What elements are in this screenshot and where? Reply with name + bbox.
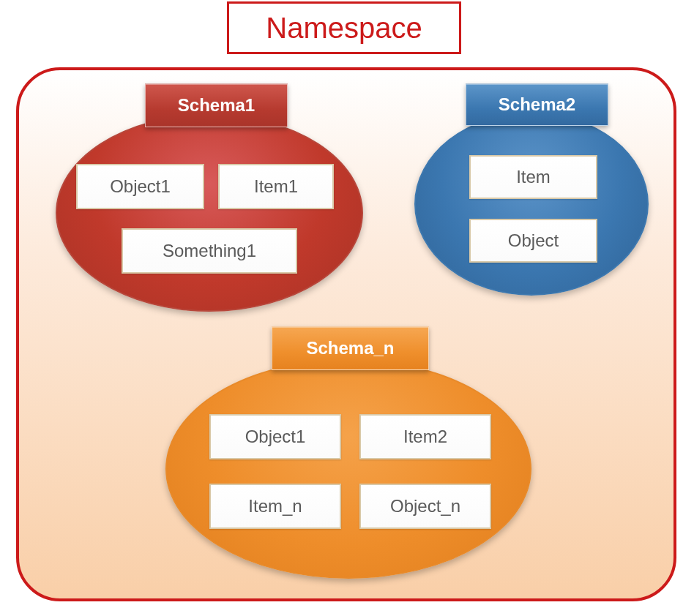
schema1-object-2: Item1 (218, 164, 334, 209)
diagram-canvas: Namespace Schema1 Object1 Item1 Somethin… (0, 0, 694, 616)
schema2-badge: Schema2 (466, 83, 608, 126)
namespace-title-box: Namespace (227, 1, 461, 54)
schema-group-schema1: Schema1 Object1 Item1 Something1 (56, 83, 363, 318)
schema2-label: Schema2 (499, 94, 575, 115)
schema1-label: Schema1 (178, 95, 255, 116)
schema-n-ellipse (165, 359, 531, 579)
schema2-object-1: Item (469, 155, 597, 199)
schema1-object-1: Object1 (76, 164, 204, 209)
schema-n-badge: Schema_n (272, 326, 429, 370)
schema-n-object-1: Object1 (209, 414, 341, 459)
schema-n-label: Schema_n (306, 338, 394, 358)
schema1-badge: Schema1 (145, 83, 288, 127)
namespace-title: Namespace (266, 12, 422, 45)
schema-n-object-3: Item_n (209, 484, 341, 529)
schema2-ellipse (414, 113, 649, 296)
schema2-object-2: Object (469, 219, 597, 263)
schema1-object-3: Something1 (122, 228, 297, 274)
schema-group-schema2: Schema2 Item Object (414, 83, 652, 303)
schema-n-object-2: Item2 (359, 414, 491, 459)
schema-group-schema-n: Schema_n Object1 Item2 Item_n Object_n (165, 326, 531, 582)
schema-n-object-4: Object_n (359, 484, 491, 529)
schema1-ellipse (56, 114, 363, 312)
namespace-container: Schema1 Object1 Item1 Something1 Schema2… (16, 67, 676, 601)
